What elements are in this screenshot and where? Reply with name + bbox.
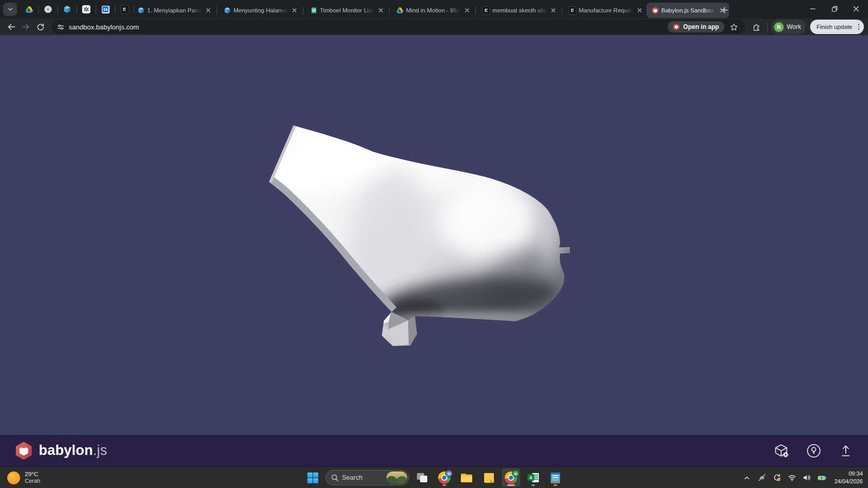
extensions-button[interactable] <box>749 20 764 34</box>
site-info-icon[interactable] <box>57 23 65 31</box>
tab-menyiapkan-parsel[interactable]: 1. Menyiapkan Parsel R <box>132 3 215 18</box>
restore-button[interactable] <box>824 0 845 18</box>
separator <box>57 6 58 13</box>
device-disabled-tray-icon[interactable] <box>757 473 767 482</box>
tabs: 1. Menyiapkan Parsel R Menyunting Halama… <box>132 3 729 18</box>
tab-menyunting-halaman[interactable]: Menyunting Halaman C <box>219 3 301 18</box>
separator <box>76 6 77 13</box>
chrome-profile2-button-active[interactable]: N <box>502 468 520 487</box>
tab-close-icon[interactable] <box>549 6 557 14</box>
lightbulb-button[interactable] <box>806 443 822 459</box>
separator <box>216 7 217 14</box>
babylon-favicon <box>651 6 659 14</box>
task-view-button[interactable] <box>413 468 431 487</box>
babylon-icon <box>673 23 680 30</box>
volume-tray-icon[interactable] <box>802 473 812 482</box>
chrome-profile-badge: N <box>512 470 519 477</box>
weather-widget[interactable]: 29°C Cerah <box>7 467 40 488</box>
puzzle-icon <box>752 23 761 31</box>
chevron-up-icon <box>743 475 750 481</box>
tab-close-icon[interactable] <box>204 6 212 14</box>
separator <box>303 7 303 14</box>
update-pending-tray-icon[interactable] <box>772 473 782 482</box>
calendar-day-label: 24 <box>102 6 109 12</box>
window-controls <box>802 0 867 18</box>
upload-icon <box>839 444 853 458</box>
search-icon <box>331 474 338 481</box>
tab-manufacture-request[interactable]: E Manufacture Request fo <box>564 3 646 18</box>
tab-timboel-monitor[interactable]: Timboel Monitor Lizard <box>305 3 388 18</box>
lightbulb-icon <box>807 444 821 458</box>
forward-button[interactable] <box>19 20 33 34</box>
tab-close-icon[interactable] <box>377 6 385 14</box>
taskbar-clock[interactable]: 09:34 24/04/2026 <box>834 470 863 485</box>
pinned-tab-bluebox[interactable] <box>59 3 75 16</box>
new-tab-button[interactable] <box>718 4 731 16</box>
blue-box-icon <box>63 5 71 13</box>
battery-tray-icon[interactable] <box>817 473 827 482</box>
menu-kebab-icon[interactable] <box>857 24 861 30</box>
excel-button[interactable]: X <box>524 468 542 487</box>
tab-title: Menyunting Halaman C <box>234 7 288 13</box>
excel-icon: X <box>528 473 539 483</box>
tab-close-icon[interactable] <box>636 6 644 14</box>
hidden-icons-chevron[interactable] <box>742 473 752 482</box>
weather-temp: 29°C <box>25 470 40 478</box>
babylon-footer-bar: babylon.js <box>0 435 868 466</box>
tab-title: Mind in Motion - 95x69 <box>406 7 461 13</box>
tab-membuat-sketch[interactable]: E membuat skecth ulang <box>477 3 560 18</box>
address-bar[interactable]: sandbox.babylonjs.com Open in app <box>52 20 745 34</box>
reload-button[interactable] <box>33 20 48 34</box>
folder-icon <box>461 474 472 482</box>
pinned-tab-chatgpt[interactable] <box>79 3 94 16</box>
notepad-button[interactable] <box>546 468 565 487</box>
babylon-viewport-canvas[interactable] <box>0 35 868 435</box>
search-highlight-thumbnail[interactable] <box>386 471 407 484</box>
upload-button[interactable] <box>838 443 854 459</box>
tab-close-icon[interactable] <box>463 6 471 14</box>
chrome-profile1-button[interactable]: N <box>435 468 454 487</box>
back-arrow-icon <box>7 23 16 30</box>
sticky-notes-button[interactable] <box>479 468 498 487</box>
pinned-tab-drive[interactable] <box>21 3 37 16</box>
speaker-icon <box>803 474 811 481</box>
drive-icon <box>25 6 33 13</box>
minimize-button[interactable] <box>802 0 824 18</box>
url-text[interactable]: sandbox.babylonjs.com <box>69 23 668 31</box>
bookmark-button[interactable] <box>727 20 741 34</box>
finish-update-button[interactable]: Finish update <box>810 20 864 34</box>
pinned-tab-calendar[interactable]: 24 <box>98 3 113 16</box>
babylon-brand: babylon.js <box>14 441 107 461</box>
babylon-logo-icon <box>14 441 33 461</box>
pinned-tab-e[interactable]: E <box>117 3 132 16</box>
close-window-button[interactable] <box>845 0 867 18</box>
windows-taskbar: 29°C Cerah Search N <box>0 466 868 488</box>
browser-toolbar: sandbox.babylonjs.com Open in app N Work… <box>0 19 868 35</box>
tab-close-icon[interactable] <box>290 6 299 14</box>
3d-model[interactable] <box>0 35 868 435</box>
pinned-tab-aperture[interactable] <box>40 3 56 16</box>
running-indicator <box>532 484 535 486</box>
start-button[interactable] <box>303 468 322 487</box>
inspector-button[interactable] <box>774 443 789 459</box>
profile-avatar: N <box>774 22 784 32</box>
forward-arrow-icon <box>22 23 30 30</box>
open-in-app-label: Open in app <box>683 23 719 30</box>
chrome-profile-badge: N <box>445 470 453 477</box>
tab-babylon-sandbox-active[interactable]: Babylon.js Sandbox - TC <box>646 3 729 18</box>
e-favicon: E <box>568 6 577 14</box>
blue-box-favicon <box>137 6 145 14</box>
finish-update-label: Finish update <box>816 24 852 30</box>
plus-icon <box>721 7 728 13</box>
file-explorer-button[interactable] <box>457 468 476 487</box>
back-button[interactable] <box>4 20 19 34</box>
drive-favicon <box>396 6 404 14</box>
tab-title: membuat skecth ulang <box>492 7 547 13</box>
tab-search-button[interactable] <box>3 3 17 16</box>
taskbar-search[interactable]: Search <box>326 470 409 485</box>
reload-icon <box>37 23 44 31</box>
wifi-tray-icon[interactable] <box>787 473 797 482</box>
profile-button[interactable]: N Work <box>771 20 807 34</box>
tab-mind-in-motion[interactable]: Mind in Motion - 95x69 <box>391 3 474 18</box>
open-in-app-button[interactable]: Open in app <box>668 21 724 33</box>
